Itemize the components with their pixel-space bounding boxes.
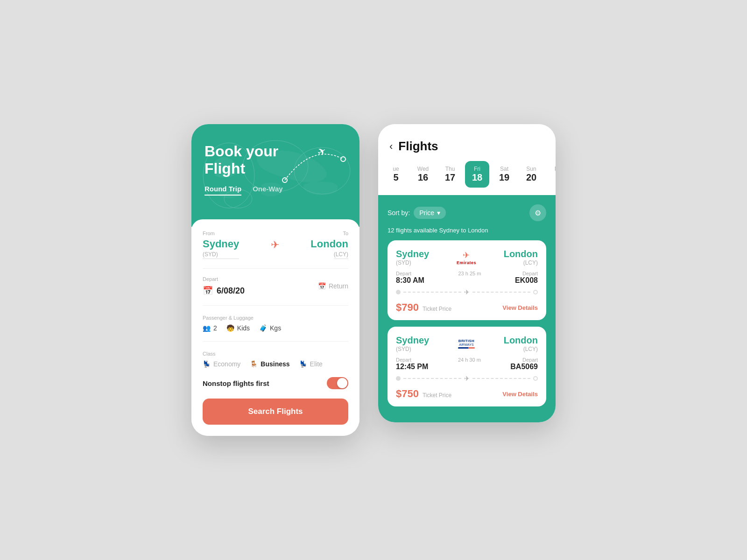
- emirates-from-code: (SYD): [396, 259, 429, 266]
- date-num-20: 20: [526, 172, 536, 183]
- search-flights-button[interactable]: Search Flights: [203, 399, 348, 425]
- british-duration-text: 24 h 30 m: [458, 357, 481, 363]
- sort-left: Sort by: Price ▾: [388, 207, 446, 219]
- back-button[interactable]: ‹: [389, 140, 393, 153]
- emirates-flight-code: EK008: [515, 276, 538, 285]
- class-business[interactable]: 🪑 Business: [250, 360, 289, 368]
- emirates-progress: ✈: [396, 288, 538, 296]
- emirates-duration-text: 23 h 25 m: [458, 271, 481, 276]
- date-sat-19[interactable]: Sat 19: [492, 161, 516, 188]
- emirates-text: Emirates: [457, 260, 476, 265]
- flight-card-emirates[interactable]: Sydney (SYD) ✈ Emirates London (LCY) Dep…: [388, 240, 546, 320]
- emirates-code-info: Depart EK008: [515, 271, 538, 285]
- date-mon-2[interactable]: Mo 2: [546, 161, 556, 188]
- available-text: 12 flights available Sydney to London: [388, 227, 546, 234]
- from-city[interactable]: From Sydney (SYD): [203, 231, 239, 259]
- luggage-icon: 🧳: [259, 324, 267, 332]
- nonstop-toggle[interactable]: [327, 377, 348, 389]
- british-sub: AIRWAYS: [459, 343, 473, 346]
- class-economy[interactable]: 💺 Economy: [203, 360, 240, 368]
- from-to-row: From Sydney (SYD) ✈︎ To London (LCY): [203, 231, 348, 259]
- emirates-view-details[interactable]: View Details: [502, 304, 538, 311]
- emirates-depart-label: Depart: [396, 271, 424, 276]
- class-elite[interactable]: 💺 Elite: [299, 360, 323, 368]
- emirates-depart-sub: Depart: [522, 271, 538, 276]
- british-depart-sub: Depart: [522, 357, 538, 363]
- dot-start: [396, 290, 401, 294]
- plane-progress-icon: ✈: [464, 288, 470, 296]
- calendar-icon: 📅: [203, 286, 213, 296]
- emirates-price: $790 Ticket Price: [396, 301, 451, 314]
- date-num-18: 18: [472, 172, 482, 183]
- return-calendar-icon: 📅: [318, 282, 326, 290]
- business-icon: 🪑: [250, 360, 258, 368]
- passenger-count[interactable]: 👥 2: [203, 324, 217, 332]
- british-line: [458, 347, 475, 349]
- flights-body: Sort by: Price ▾ ⚙ 12 flights available …: [378, 195, 556, 422]
- economy-icon: 💺: [203, 360, 211, 368]
- sort-row: Sort by: Price ▾ ⚙: [388, 204, 546, 221]
- date-wed-16[interactable]: Wed 16: [411, 161, 435, 188]
- british-to-code: (LCY): [504, 346, 538, 352]
- flight-card-british[interactable]: Sydney (SYD) BRITISH AIRWAYS London (LCY…: [388, 327, 546, 406]
- british-progress: ✈: [396, 375, 538, 382]
- emirates-to-city: London: [504, 249, 538, 259]
- passenger-number: 2: [213, 324, 217, 332]
- tab-round-trip[interactable]: Round Trip: [204, 185, 241, 196]
- date-sun-20[interactable]: Sun 20: [519, 161, 543, 188]
- dashed-line-4: [472, 378, 530, 379]
- british-to-city: London: [504, 335, 538, 346]
- people-icon: 👥: [203, 324, 211, 332]
- filter-button[interactable]: ⚙: [529, 204, 546, 221]
- date-day-thu: Thu: [445, 166, 455, 172]
- kids-label: Kids: [237, 324, 250, 332]
- dot-start-2: [396, 376, 401, 381]
- british-text: BRITISH: [458, 339, 474, 343]
- emirates-price-label: Ticket Price: [423, 306, 451, 312]
- right-header: ‹ Flights: [378, 124, 556, 161]
- date-thu-17[interactable]: Thu 17: [438, 161, 462, 188]
- date-fri-18[interactable]: Fri 18: [465, 161, 489, 188]
- kids-icon: 🧒: [226, 324, 234, 332]
- tab-one-way[interactable]: One-Way: [253, 185, 282, 196]
- dot-end: [533, 290, 538, 294]
- british-depart-label: Depart: [396, 357, 428, 363]
- emirates-depart-time: 8:30 AM: [396, 276, 424, 285]
- return-button[interactable]: 📅 Return: [318, 282, 348, 290]
- return-label: Return: [329, 282, 348, 290]
- elite-icon: 💺: [299, 360, 307, 368]
- right-phone: ‹ Flights ue 5 Wed 16 Thu 17 Fri 18 Sat: [378, 124, 556, 422]
- emirates-depart-info: Depart 8:30 AM: [396, 271, 424, 285]
- depart-date-value[interactable]: 6/08/20: [217, 286, 245, 296]
- date-day-fri: Fri: [474, 166, 480, 172]
- emirates-card-bottom: $790 Ticket Price View Details: [396, 301, 538, 314]
- british-price-label: Ticket Price: [423, 392, 451, 399]
- british-view-details[interactable]: View Details: [502, 391, 538, 398]
- date-day-sun: Sun: [526, 166, 536, 172]
- filter-icon: ⚙: [535, 209, 541, 217]
- british-flight-code: BA5069: [510, 363, 538, 371]
- kids-option[interactable]: 🧒 Kids: [226, 324, 250, 332]
- kgs-option[interactable]: 🧳 Kgs: [259, 324, 281, 332]
- british-price: $750 Ticket Price: [396, 388, 451, 400]
- from-city-name: Sydney: [203, 238, 239, 250]
- date-tue-15[interactable]: ue 5: [384, 161, 408, 188]
- to-city-code: (LCY): [334, 251, 348, 259]
- toggle-knob: [337, 378, 347, 388]
- depart-row: Depart 📅 6/08/20 📅 Return: [203, 276, 348, 296]
- left-phone: Book your Flight ✈ Round Trip One-Way: [191, 124, 359, 436]
- to-city[interactable]: To London (LCY): [310, 231, 348, 259]
- svg-point-5: [341, 157, 345, 161]
- passenger-label: Passenger & Luggage: [203, 315, 254, 321]
- sort-dropdown[interactable]: Price ▾: [414, 207, 446, 219]
- chevron-down-icon: ▾: [437, 209, 440, 217]
- british-from-code: (SYD): [396, 346, 429, 352]
- british-airways-logo: BRITISH AIRWAYS: [458, 339, 475, 349]
- kgs-label: Kgs: [270, 324, 281, 332]
- dashed-line-2: [472, 292, 530, 293]
- nonstop-label: Nonstop flights first: [203, 379, 269, 387]
- british-card-bottom: $750 Ticket Price View Details: [396, 388, 538, 400]
- to-label: To: [343, 231, 348, 236]
- sort-value: Price: [419, 209, 434, 217]
- flights-title: Flights: [398, 139, 438, 154]
